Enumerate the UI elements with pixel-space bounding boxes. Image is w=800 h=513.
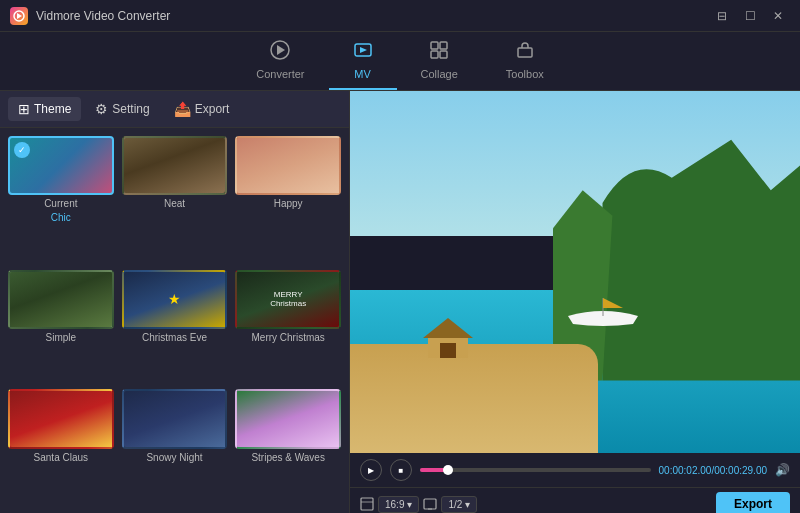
theme-label: Theme — [34, 102, 71, 116]
theme-name-happy: Happy — [274, 198, 303, 209]
collage-label: Collage — [421, 68, 458, 80]
subtab-export[interactable]: 📤 Export — [164, 97, 240, 121]
aspect-ratio-dropdown[interactable]: 16:9 ▾ — [378, 496, 419, 513]
theme-item-santa-claus[interactable]: Santa Claus — [8, 389, 114, 501]
theme-thumb-snowy — [122, 389, 228, 448]
theme-thumb-simple — [8, 270, 114, 329]
close-button[interactable]: ✕ — [766, 6, 790, 26]
main-layout: ⊞ Theme ⚙ Setting 📤 Export ✓ Current Chi… — [0, 91, 800, 513]
theme-thumb-happy — [235, 136, 341, 195]
window-controls: ⊟ ☐ ✕ — [710, 6, 790, 26]
theme-grid: ✓ Current Chic Neat Happy — [0, 128, 349, 509]
theme-name-santa-claus: Santa Claus — [34, 452, 88, 463]
video-frame — [350, 91, 800, 453]
sub-tabs: ⊞ Theme ⚙ Setting 📤 Export — [0, 91, 349, 128]
export-arrow-icon: 📤 — [174, 101, 191, 117]
theme-name-current: Current — [44, 198, 77, 209]
selected-check-icon: ✓ — [14, 142, 30, 158]
screen-icon — [423, 497, 437, 511]
play-button[interactable]: ▶ — [360, 459, 382, 481]
progress-dot — [443, 465, 453, 475]
svg-marker-5 — [360, 47, 367, 53]
playback-bar: ▶ ■ 00:00:02.00/00:00:29.00 🔊 — [350, 453, 800, 487]
video-preview — [350, 91, 800, 453]
hut — [418, 313, 478, 363]
theme-thumb-stripes — [235, 389, 341, 448]
theme-name-snowy-night: Snowy Night — [146, 452, 202, 463]
svg-marker-11 — [423, 318, 473, 338]
svg-rect-9 — [440, 51, 447, 58]
nav-tabs: Converter MV Collage Toolb — [0, 32, 800, 91]
restore-button[interactable]: ☐ — [738, 6, 762, 26]
svg-rect-8 — [431, 51, 438, 58]
export-label: Export — [195, 102, 230, 116]
mv-icon — [353, 40, 373, 65]
theme-item-christmas-eve[interactable]: ★ Christmas Eve — [122, 270, 228, 382]
converter-label: Converter — [256, 68, 304, 80]
theme-item-simple[interactable]: Simple — [8, 270, 114, 382]
minimize-button[interactable]: ⊟ — [710, 6, 734, 26]
svg-rect-7 — [440, 42, 447, 49]
theme-item-snowy-night[interactable]: Snowy Night — [122, 389, 228, 501]
theme-item-neat[interactable]: Neat — [122, 136, 228, 262]
theme-thumb-christmas: ★ — [122, 270, 228, 329]
tab-mv[interactable]: MV — [329, 36, 397, 90]
tab-collage[interactable]: Collage — [397, 36, 482, 90]
toolbox-icon — [515, 40, 535, 65]
stop-button[interactable]: ■ — [390, 459, 412, 481]
title-bar: Vidmore Video Converter ⊟ ☐ ✕ — [0, 0, 800, 32]
left-panel: ⊞ Theme ⚙ Setting 📤 Export ✓ Current Chi… — [0, 91, 350, 513]
svg-rect-6 — [431, 42, 438, 49]
svg-rect-13 — [440, 343, 456, 358]
theme-thumb-neat — [122, 136, 228, 195]
theme-item-merry-christmas[interactable]: MERRYChristmas Merry Christmas — [235, 270, 341, 382]
theme-item-happy[interactable]: Happy — [235, 136, 341, 262]
svg-marker-15 — [603, 298, 623, 308]
svg-rect-16 — [361, 498, 373, 510]
collage-icon — [429, 40, 449, 65]
theme-name-simple: Simple — [46, 332, 77, 343]
svg-rect-10 — [518, 48, 532, 57]
subtab-setting[interactable]: ⚙ Setting — [85, 97, 159, 121]
setting-gear-icon: ⚙ — [95, 101, 108, 117]
page-ratio-dropdown[interactable]: 1/2 ▾ — [441, 496, 477, 513]
aspect-icon — [360, 497, 374, 511]
svg-marker-1 — [17, 13, 22, 19]
theme-thumb-santa — [8, 389, 114, 448]
app-icon — [10, 7, 28, 25]
app-title: Vidmore Video Converter — [36, 9, 170, 23]
toolbox-label: Toolbox — [506, 68, 544, 80]
theme-item-current[interactable]: ✓ Current Chic — [8, 136, 114, 262]
progress-bar[interactable] — [420, 468, 651, 472]
theme-grid-icon: ⊞ — [18, 101, 30, 117]
mv-label: MV — [354, 68, 371, 80]
time-display: 00:00:02.00/00:00:29.00 — [659, 465, 767, 476]
boat — [563, 296, 643, 326]
tab-toolbox[interactable]: Toolbox — [482, 36, 568, 90]
subtab-theme[interactable]: ⊞ Theme — [8, 97, 81, 121]
converter-icon — [270, 40, 290, 65]
setting-label: Setting — [112, 102, 149, 116]
title-bar-left: Vidmore Video Converter — [10, 7, 170, 25]
volume-icon[interactable]: 🔊 — [775, 463, 790, 477]
theme-name-merry-christmas: Merry Christmas — [251, 332, 324, 343]
svg-rect-18 — [424, 499, 436, 509]
aspect-ratio-selector: 16:9 ▾ 1/2 ▾ — [360, 496, 477, 513]
scroll-dots — [0, 509, 349, 513]
chic-badge-label: Chic — [51, 212, 71, 223]
theme-name-stripes-waves: Stripes & Waves — [251, 452, 325, 463]
theme-name-christmas-eve: Christmas Eve — [142, 332, 207, 343]
right-panel: ▶ ■ 00:00:02.00/00:00:29.00 🔊 16:9 ▾ — [350, 91, 800, 513]
theme-item-stripes-waves[interactable]: Stripes & Waves — [235, 389, 341, 501]
theme-name-neat: Neat — [164, 198, 185, 209]
theme-thumb-merry: MERRYChristmas — [235, 270, 341, 329]
tab-converter[interactable]: Converter — [232, 36, 328, 90]
svg-marker-3 — [277, 45, 285, 55]
theme-thumb-current: ✓ — [8, 136, 114, 195]
preview-bottom-bar: 16:9 ▾ 1/2 ▾ Export — [350, 487, 800, 513]
export-button[interactable]: Export — [716, 492, 790, 513]
